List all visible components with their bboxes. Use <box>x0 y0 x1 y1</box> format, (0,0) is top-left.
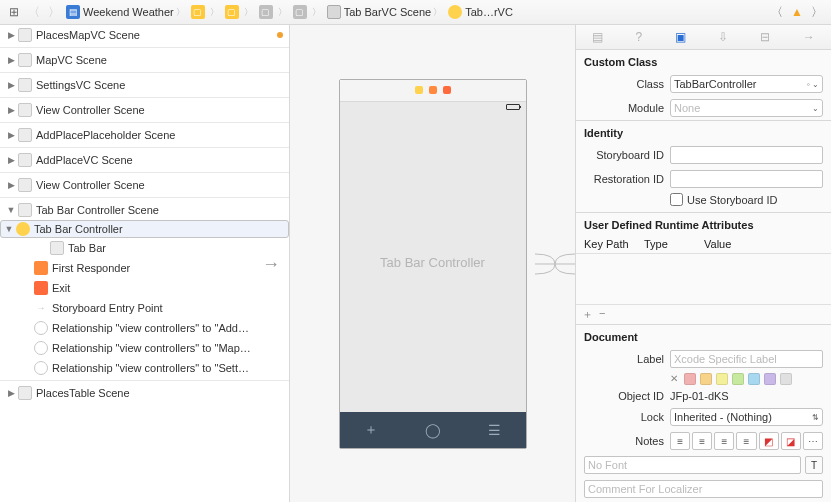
color-swatch[interactable] <box>780 373 792 385</box>
outline-label: PlacesTable Scene <box>36 387 130 399</box>
scene-title: Tab Bar Controller <box>340 114 526 412</box>
add-attr-button[interactable]: ＋ <box>582 307 593 322</box>
outline-row[interactable]: ▶PlacesMapVC Scene <box>0 25 289 45</box>
tab-item-plus[interactable]: ＋ <box>340 412 402 448</box>
outline-row[interactable]: ▼Tab Bar Controller Scene <box>0 200 289 220</box>
lock-label: Lock <box>584 411 664 423</box>
outline-row[interactable]: First Responder <box>0 258 289 278</box>
controller-icon[interactable] <box>415 86 423 94</box>
outline-row[interactable]: ▶SettingsVC Scene <box>0 75 289 95</box>
disclosure-icon[interactable]: ▶ <box>6 55 16 65</box>
color-swatch[interactable] <box>716 373 728 385</box>
color-swatch[interactable] <box>764 373 776 385</box>
color-swatch[interactable] <box>732 373 744 385</box>
outline-row[interactable]: ▶MapVC Scene <box>0 50 289 70</box>
disclosure-icon[interactable]: ▶ <box>6 180 16 190</box>
disclosure-icon[interactable]: ▶ <box>6 30 16 40</box>
arrow-icon: → <box>34 301 48 315</box>
color-swatch[interactable] <box>700 373 712 385</box>
lock-select[interactable]: Inherited - (Nothing)⇅ <box>670 408 823 426</box>
module-combobox[interactable]: None⌄ <box>670 99 823 117</box>
outline-row[interactable]: Relationship "view controllers" to "Map… <box>0 338 289 358</box>
doc-label-input[interactable] <box>670 350 823 368</box>
identity-inspector-icon[interactable]: ▣ <box>675 30 686 44</box>
class-combobox[interactable]: TabBarController◦ ⌄ <box>670 75 823 93</box>
warning-icon[interactable]: ▲ <box>787 5 807 19</box>
clear-swatch-icon[interactable]: ✕ <box>670 373 678 385</box>
disclosure-icon[interactable]: ▼ <box>4 224 14 234</box>
outline-label: SettingsVC Scene <box>36 79 125 91</box>
help-inspector-icon[interactable]: ? <box>636 30 643 44</box>
seg-icon <box>34 341 48 355</box>
sb-icon <box>18 153 32 167</box>
object-id-value: JFp-01-dKS <box>670 390 823 402</box>
back-icon[interactable]: 〈 <box>24 4 44 21</box>
disclosure-icon[interactable]: ▶ <box>6 155 16 165</box>
disclosure-icon[interactable]: ▼ <box>6 205 16 215</box>
outline-row[interactable]: ▶AddPlaceVC Scene <box>0 150 289 170</box>
next-issue-icon[interactable]: 〉 <box>807 4 827 21</box>
outline-row[interactable]: Relationship "view controllers" to "Add… <box>0 318 289 338</box>
outline-row[interactable]: Relationship "view controllers" to "Sett… <box>0 358 289 378</box>
tab-item-globe[interactable]: ◯ <box>402 412 464 448</box>
bg-color-button[interactable]: ◪ <box>781 432 801 450</box>
outline-row[interactable]: ▶PlacesTable Scene <box>0 383 289 403</box>
prev-issue-icon[interactable]: 〈 <box>767 4 787 21</box>
align-left-button[interactable]: ≡ <box>670 432 690 450</box>
forward-icon[interactable]: 〉 <box>44 4 64 21</box>
udra-table-body[interactable] <box>576 254 831 304</box>
disclosure-icon[interactable]: ▶ <box>6 80 16 90</box>
outline-row[interactable]: ▶View Controller Scene <box>0 100 289 120</box>
restoration-id-input[interactable] <box>670 170 823 188</box>
first-responder-icon[interactable] <box>429 86 437 94</box>
canvas[interactable]: → Tab Bar Controller ＋ ◯ ☰ <box>290 25 575 502</box>
align-right-button[interactable]: ≡ <box>714 432 734 450</box>
use-storyboard-id-checkbox[interactable] <box>670 193 683 206</box>
battery-icon <box>506 104 520 110</box>
attributes-inspector-icon[interactable]: ⇩ <box>718 30 728 44</box>
tab-bar[interactable]: ＋ ◯ ☰ <box>340 412 526 448</box>
scene-dock[interactable] <box>340 80 526 102</box>
crumb-controller: Tab…rVC <box>465 6 513 18</box>
disclosure-icon[interactable]: ▶ <box>6 388 16 398</box>
sb-icon <box>18 28 32 42</box>
sb-icon <box>18 53 32 67</box>
notes-label: Notes <box>584 435 664 447</box>
outline-row[interactable]: →Storyboard Entry Point <box>0 298 289 318</box>
color-swatch[interactable] <box>748 373 760 385</box>
size-inspector-icon[interactable]: ⊟ <box>760 30 770 44</box>
tab-item-menu[interactable]: ☰ <box>464 412 526 448</box>
file-inspector-icon[interactable]: ▤ <box>592 30 603 44</box>
storyboard-id-input[interactable] <box>670 146 823 164</box>
outline-row[interactable]: ▶AddPlacePlaceholder Scene <box>0 125 289 145</box>
breadcrumb[interactable]: ▤Weekend Weather〉 ▢〉 ▢〉 ▢〉 ▢〉 Tab BarVC … <box>64 5 767 19</box>
exit-icon[interactable] <box>443 86 451 94</box>
align-justify-button[interactable]: ≡ <box>736 432 756 450</box>
notes-toolbar: ≡ ≡ ≡ ≡ ◩ ◪ ⋯ <box>670 432 823 450</box>
outline-row[interactable]: Tab Bar <box>0 238 289 258</box>
outline-row[interactable]: ▶View Controller Scene <box>0 175 289 195</box>
storyboard-id-label: Storyboard ID <box>584 149 664 161</box>
scene-preview[interactable]: Tab Bar Controller ＋ ◯ ☰ <box>339 79 527 449</box>
udra-table-header: Key Path Type Value <box>576 235 831 254</box>
connections-inspector-icon[interactable]: → <box>803 30 815 44</box>
localizer-comment-input[interactable] <box>584 480 823 498</box>
outline-row[interactable]: Exit <box>0 278 289 298</box>
section-document: Document <box>576 325 831 347</box>
outline-row[interactable]: ▼Tab Bar Controller <box>0 220 289 238</box>
disclosure-icon[interactable]: ▶ <box>6 130 16 140</box>
document-outline[interactable]: ▶PlacesMapVC Scene▶MapVC Scene▶SettingsV… <box>0 25 290 502</box>
text-color-button[interactable]: ◩ <box>759 432 779 450</box>
folder-icon: ▢ <box>225 5 239 19</box>
more-button[interactable]: ⋯ <box>803 432 823 450</box>
align-center-button[interactable]: ≡ <box>692 432 712 450</box>
color-swatch[interactable] <box>684 373 696 385</box>
outline-label: AddPlaceVC Scene <box>36 154 133 166</box>
related-items-icon[interactable]: ⊞ <box>4 5 24 19</box>
remove-attr-button[interactable]: − <box>599 307 605 322</box>
disclosure-icon[interactable]: ▶ <box>6 105 16 115</box>
font-picker-button[interactable]: T <box>805 456 823 474</box>
use-storyboard-id-label: Use Storyboard ID <box>687 194 777 206</box>
sb-icon <box>18 178 32 192</box>
segue-connector <box>535 244 575 284</box>
